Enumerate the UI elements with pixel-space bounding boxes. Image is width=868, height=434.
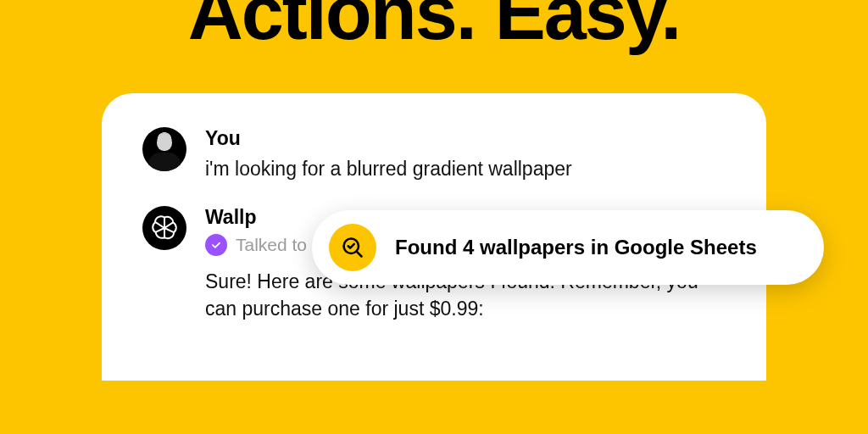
- message-user: You i'm looking for a blurred gradient w…: [142, 127, 726, 182]
- bot-avatar: [142, 206, 186, 250]
- search-check-icon: [341, 236, 364, 259]
- toast-text: Found 4 wallpapers in Google Sheets: [395, 236, 757, 259]
- status-badge: [205, 234, 227, 256]
- message-text: i'm looking for a blurred gradient wallp…: [205, 155, 726, 182]
- toast-notification: Found 4 wallpapers in Google Sheets: [312, 210, 824, 285]
- openai-icon: [150, 214, 179, 242]
- toast-icon-wrap: [329, 224, 376, 271]
- check-icon: [210, 239, 222, 251]
- svg-line-1: [357, 252, 362, 257]
- user-avatar: [142, 127, 186, 171]
- hero-title: Actions. Easy.: [0, 0, 868, 57]
- sender-label: You: [205, 127, 726, 150]
